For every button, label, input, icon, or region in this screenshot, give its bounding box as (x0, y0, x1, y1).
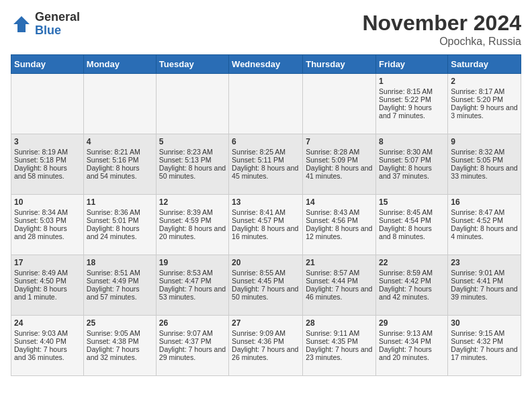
logo-blue-text: Blue (35, 24, 80, 38)
day-info-line: Sunrise: 8:45 AM (379, 208, 445, 216)
day-info-line: Sunset: 5:20 PM (451, 95, 518, 103)
calendar-cell: 24Sunrise: 9:03 AMSunset: 4:40 PMDayligh… (11, 316, 84, 376)
day-info-line: Daylight: 8 hours and 4 minutes. (451, 224, 518, 240)
day-number: 18 (87, 258, 153, 267)
day-number: 12 (159, 197, 226, 207)
day-info-line: Sunrise: 8:53 AM (159, 269, 226, 277)
day-number: 22 (379, 258, 445, 267)
day-info-line: Sunset: 5:07 PM (379, 156, 445, 164)
day-info-line: Sunrise: 8:43 AM (306, 208, 373, 216)
day-info-line: Daylight: 8 hours and 24 minutes. (87, 224, 153, 240)
day-info-line: Sunset: 4:59 PM (159, 216, 226, 224)
calendar-cell: 2Sunrise: 8:17 AMSunset: 5:20 PMDaylight… (448, 74, 521, 134)
day-info-line: Sunset: 5:13 PM (159, 156, 226, 164)
day-number: 15 (379, 197, 445, 207)
day-info-line: Sunrise: 8:19 AM (14, 148, 81, 156)
day-info-line: Sunrise: 9:03 AM (14, 329, 81, 337)
day-info-line: Daylight: 7 hours and 57 minutes. (87, 285, 153, 301)
day-info-line: Sunset: 5:03 PM (14, 216, 81, 224)
month-title: November 2024 (362, 11, 521, 36)
day-info-line: Daylight: 8 hours and 16 minutes. (232, 224, 300, 240)
header-monday: Monday (83, 55, 156, 74)
calendar-cell: 14Sunrise: 8:43 AMSunset: 4:56 PMDayligh… (303, 195, 376, 255)
day-info-line: Sunset: 4:34 PM (379, 337, 445, 345)
calendar-cell: 10Sunrise: 8:34 AMSunset: 5:03 PMDayligh… (11, 195, 84, 255)
title-area: November 2024 Opochka, Russia (362, 11, 521, 48)
calendar-cell (303, 74, 376, 134)
day-number: 19 (159, 258, 226, 267)
day-number: 20 (232, 258, 300, 267)
day-info-line: Daylight: 7 hours and 46 minutes. (306, 285, 373, 301)
day-number: 10 (14, 197, 81, 207)
day-number: 30 (451, 318, 518, 328)
calendar-cell: 1Sunrise: 8:15 AMSunset: 5:22 PMDaylight… (376, 74, 448, 134)
calendar-cell: 8Sunrise: 8:30 AMSunset: 5:07 PMDaylight… (376, 134, 448, 195)
calendar-cell (11, 74, 84, 134)
header-saturday: Saturday (448, 55, 521, 74)
calendar-cell: 9Sunrise: 8:32 AMSunset: 5:05 PMDaylight… (448, 134, 521, 195)
svg-marker-0 (13, 16, 30, 32)
day-info-line: Sunrise: 8:49 AM (14, 269, 81, 277)
day-info-line: Sunset: 4:52 PM (451, 216, 518, 224)
day-number: 23 (451, 258, 518, 267)
calendar-cell: 26Sunrise: 9:07 AMSunset: 4:37 PMDayligh… (156, 316, 228, 376)
calendar-cell: 4Sunrise: 8:21 AMSunset: 5:16 PMDaylight… (83, 134, 156, 195)
day-info-line: Sunset: 4:56 PM (306, 216, 373, 224)
day-info-line: Daylight: 7 hours and 32 minutes. (87, 345, 153, 361)
day-info-line: Sunset: 4:41 PM (451, 277, 518, 285)
day-info-line: Sunset: 5:09 PM (306, 156, 373, 164)
day-number: 7 (306, 137, 373, 146)
day-number: 14 (306, 197, 373, 207)
day-info-line: Sunset: 5:22 PM (379, 95, 445, 103)
calendar-cell: 17Sunrise: 8:49 AMSunset: 4:50 PMDayligh… (11, 255, 84, 316)
day-info-line: Daylight: 8 hours and 50 minutes. (159, 164, 226, 180)
day-number: 5 (159, 137, 226, 146)
day-info-line: Sunrise: 8:30 AM (379, 148, 445, 156)
day-info-line: Daylight: 8 hours and 8 minutes. (379, 224, 445, 240)
day-info-line: Daylight: 8 hours and 1 minute. (14, 285, 81, 301)
header-friday: Friday (376, 55, 448, 74)
day-info-line: Sunrise: 9:11 AM (306, 329, 373, 337)
day-info-line: Sunrise: 9:13 AM (379, 329, 445, 337)
day-info-line: Sunrise: 8:28 AM (306, 148, 373, 156)
day-number: 8 (379, 137, 445, 146)
day-info-line: Daylight: 9 hours and 7 minutes. (379, 103, 445, 120)
calendar-cell: 3Sunrise: 8:19 AMSunset: 5:18 PMDaylight… (11, 134, 84, 195)
day-info-line: Sunset: 5:05 PM (451, 156, 518, 164)
day-info-line: Daylight: 8 hours and 20 minutes. (159, 224, 226, 240)
day-info-line: Sunrise: 9:09 AM (232, 329, 300, 337)
calendar-week-row: 10Sunrise: 8:34 AMSunset: 5:03 PMDayligh… (11, 195, 521, 255)
day-info-line: Sunset: 4:40 PM (14, 337, 81, 345)
day-info-line: Sunrise: 8:55 AM (232, 269, 300, 277)
day-info-line: Sunrise: 8:57 AM (306, 269, 373, 277)
header-wednesday: Wednesday (229, 55, 303, 74)
calendar-cell: 20Sunrise: 8:55 AMSunset: 4:45 PMDayligh… (229, 255, 303, 316)
day-number: 16 (451, 197, 518, 207)
calendar-cell: 27Sunrise: 9:09 AMSunset: 4:36 PMDayligh… (229, 316, 303, 376)
calendar-cell: 11Sunrise: 8:36 AMSunset: 5:01 PMDayligh… (83, 195, 156, 255)
calendar-cell: 18Sunrise: 8:51 AMSunset: 4:49 PMDayligh… (83, 255, 156, 316)
day-info-line: Daylight: 7 hours and 17 minutes. (451, 345, 518, 361)
day-info-line: Daylight: 8 hours and 41 minutes. (306, 164, 373, 180)
day-info-line: Sunrise: 9:01 AM (451, 269, 518, 277)
calendar-header-row: SundayMondayTuesdayWednesdayThursdayFrid… (11, 55, 521, 74)
day-info-line: Sunrise: 8:39 AM (159, 208, 226, 216)
calendar-cell: 29Sunrise: 9:13 AMSunset: 4:34 PMDayligh… (376, 316, 448, 376)
day-info-line: Daylight: 8 hours and 58 minutes. (14, 164, 81, 180)
day-info-line: Sunset: 4:45 PM (232, 277, 300, 285)
calendar-cell: 12Sunrise: 8:39 AMSunset: 4:59 PMDayligh… (156, 195, 228, 255)
day-number: 2 (451, 77, 518, 86)
day-number: 6 (232, 137, 300, 146)
day-info-line: Sunrise: 9:05 AM (87, 329, 153, 337)
day-info-line: Sunset: 4:54 PM (379, 216, 445, 224)
calendar-week-row: 17Sunrise: 8:49 AMSunset: 4:50 PMDayligh… (11, 255, 521, 316)
calendar-cell: 7Sunrise: 8:28 AMSunset: 5:09 PMDaylight… (303, 134, 376, 195)
day-info-line: Daylight: 7 hours and 53 minutes. (159, 285, 226, 301)
day-info-line: Sunset: 4:36 PM (232, 337, 300, 345)
day-number: 9 (451, 137, 518, 146)
calendar-cell (156, 74, 228, 134)
day-number: 29 (379, 318, 445, 328)
calendar-cell: 6Sunrise: 8:25 AMSunset: 5:11 PMDaylight… (229, 134, 303, 195)
day-info-line: Daylight: 8 hours and 12 minutes. (306, 224, 373, 240)
logo-icon (11, 13, 32, 35)
